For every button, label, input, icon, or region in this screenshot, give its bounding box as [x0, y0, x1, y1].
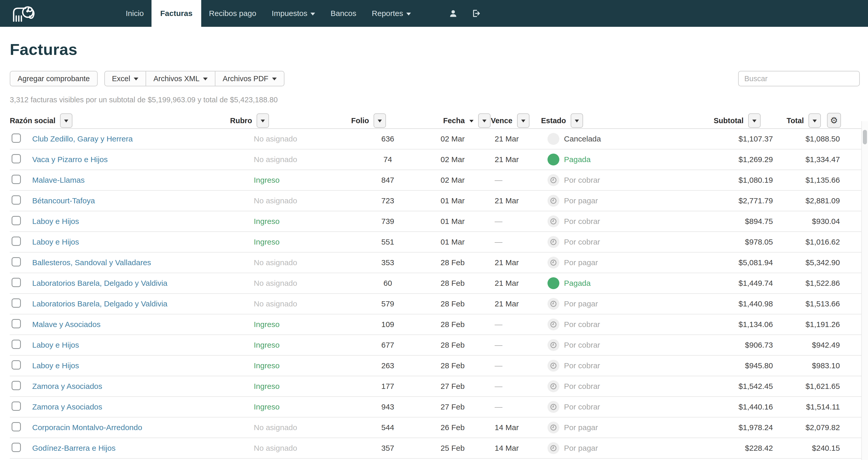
fecha-cell: 28 Feb: [425, 279, 484, 287]
nav-label: Bancos: [331, 9, 356, 18]
row-checkbox[interactable]: [11, 319, 21, 328]
row-checkbox[interactable]: [11, 154, 21, 163]
filter-button-subtotal[interactable]: [748, 113, 761, 128]
row-checkbox[interactable]: [11, 175, 21, 184]
row-checkbox[interactable]: [11, 257, 21, 267]
client-link[interactable]: Bétancourt-Tafoya: [32, 196, 95, 205]
client-link[interactable]: Laboy e Hijos: [32, 361, 79, 370]
subtotal-cell: $894.75: [706, 217, 773, 226]
table-row: Laboratorios Barela, Delgado y Valdivia …: [10, 273, 868, 294]
row-checkbox[interactable]: [11, 216, 21, 225]
filter-button-razon-social[interactable]: [60, 113, 72, 128]
row-checkbox[interactable]: [11, 422, 21, 431]
filter-button-fecha[interactable]: [478, 113, 491, 128]
checkbox-cell: [10, 216, 31, 227]
table-row: Laboy e Hijos Ingreso 263 28 Feb — Por c…: [10, 356, 868, 376]
status-icon: [548, 277, 559, 289]
nav-item-recibos-pago[interactable]: Recibos pago: [201, 0, 264, 27]
client-link[interactable]: Malave y Asociados: [32, 320, 100, 329]
scrollbar-thumb[interactable]: [863, 130, 867, 144]
nav-item-inicio[interactable]: Inicio: [118, 0, 152, 27]
row-checkbox[interactable]: [11, 443, 21, 452]
client-link[interactable]: Godínez-Barrera e Hijos: [32, 444, 116, 452]
vertical-scrollbar[interactable]: [861, 121, 868, 460]
estado-cell: Cancelada: [538, 133, 706, 145]
status-label: Por cobrar: [564, 238, 600, 246]
summary-text: 3,312 facturas visibles por un subtotal …: [10, 96, 868, 104]
nav-item-bancos[interactable]: Bancos: [323, 0, 364, 27]
header-razon-social[interactable]: Razón social: [10, 112, 72, 129]
client-link[interactable]: Corporacin Montalvo-Arredondo: [32, 423, 142, 432]
row-checkbox[interactable]: [11, 401, 21, 411]
header-fecha[interactable]: Fecha: [443, 112, 491, 129]
sign-out-icon[interactable]: [470, 8, 482, 19]
add-invoice-button[interactable]: Agregar comprobante: [10, 71, 98, 86]
header-total[interactable]: Total: [786, 112, 821, 129]
user-icon[interactable]: [447, 8, 459, 19]
status-icon: [548, 133, 559, 145]
nav-items: Inicio Facturas Recibos pago Impuestos B…: [118, 0, 419, 27]
row-checkbox[interactable]: [11, 360, 21, 370]
column-settings-button[interactable]: ⚙: [827, 113, 841, 128]
nav-item-reportes[interactable]: Reportes: [364, 0, 419, 27]
header-rubro[interactable]: Rubro: [230, 112, 269, 129]
elephant-logo-icon: [10, 3, 38, 24]
excel-dropdown-button[interactable]: Excel: [104, 71, 146, 86]
client-link[interactable]: Laboy e Hijos: [32, 217, 79, 225]
razon-social-cell: Laboy e Hijos: [31, 361, 251, 370]
checkbox-cell: [10, 154, 31, 165]
rubro-cell: No asignado: [251, 279, 350, 287]
client-link[interactable]: Malave-Llamas: [32, 176, 85, 184]
filter-button-vence[interactable]: [517, 113, 529, 128]
filter-button-folio[interactable]: [374, 113, 386, 128]
rubro-cell: Ingreso: [251, 238, 350, 246]
caret-down-icon: [575, 120, 579, 122]
pdf-files-dropdown-button[interactable]: Archivos PDF: [215, 71, 284, 86]
subtotal-cell: $1,440.16: [706, 402, 773, 411]
client-link[interactable]: Laboy e Hijos: [32, 238, 79, 246]
row-checkbox[interactable]: [11, 340, 21, 349]
row-checkbox[interactable]: [11, 299, 21, 308]
client-link[interactable]: Laboratorios Barela, Delgado y Valdivia: [32, 300, 167, 308]
table-row: Vaca y Pizarro e Hijos No asignado 74 02…: [10, 150, 868, 170]
nav-icons: [447, 0, 482, 27]
filter-button-estado[interactable]: [571, 113, 583, 128]
row-checkbox[interactable]: [11, 278, 21, 287]
header-estado[interactable]: Estado: [541, 112, 583, 129]
filter-button-rubro[interactable]: [257, 113, 269, 128]
estado-cell: Pagada: [538, 154, 706, 165]
search-input[interactable]: [738, 71, 860, 86]
header-vence[interactable]: Vence: [491, 112, 529, 129]
row-checkbox[interactable]: [11, 237, 21, 246]
subtotal-cell: $2,771.79: [706, 196, 773, 205]
xml-files-dropdown-button[interactable]: Archivos XML: [146, 71, 215, 86]
subtotal-cell: $1,440.98: [706, 300, 773, 308]
vence-cell: —: [484, 176, 538, 185]
row-checkbox[interactable]: [11, 195, 21, 205]
folio-cell: 353: [350, 258, 425, 267]
client-link[interactable]: Laboratorios Barela, Delgado y Valdivia: [32, 279, 167, 287]
nav-label: Inicio: [126, 9, 144, 18]
vence-cell: —: [484, 341, 538, 349]
nav-item-impuestos[interactable]: Impuestos: [264, 0, 323, 27]
client-link[interactable]: Ballesteros, Sandoval y Valladares: [32, 258, 151, 267]
nav-item-facturas[interactable]: Facturas: [152, 0, 201, 27]
estado-cell: Por pagar: [538, 298, 706, 310]
header-folio[interactable]: Folio: [351, 112, 386, 129]
filter-button-total[interactable]: [808, 113, 821, 128]
header-subtotal[interactable]: Subtotal: [714, 112, 761, 129]
fecha-cell: 01 Mar: [425, 217, 484, 226]
subtotal-cell: $228.42: [706, 444, 773, 453]
client-link[interactable]: Zamora y Asociados: [32, 382, 102, 391]
razon-social-cell: Godínez-Barrera e Hijos: [31, 444, 251, 453]
elephant-logo[interactable]: [5, 0, 43, 27]
client-link[interactable]: Vaca y Pizarro e Hijos: [32, 155, 108, 164]
razon-social-cell: Zamora y Asociados: [31, 382, 251, 391]
caret-down-icon: [378, 120, 382, 122]
client-link[interactable]: Laboy e Hijos: [32, 341, 79, 349]
fecha-cell: 27 Feb: [425, 382, 484, 391]
client-link[interactable]: Zamora y Asociados: [32, 402, 102, 411]
row-checkbox[interactable]: [11, 381, 21, 390]
client-link[interactable]: Club Zedillo, Garay y Herrera: [32, 134, 133, 143]
row-checkbox[interactable]: [11, 133, 21, 143]
